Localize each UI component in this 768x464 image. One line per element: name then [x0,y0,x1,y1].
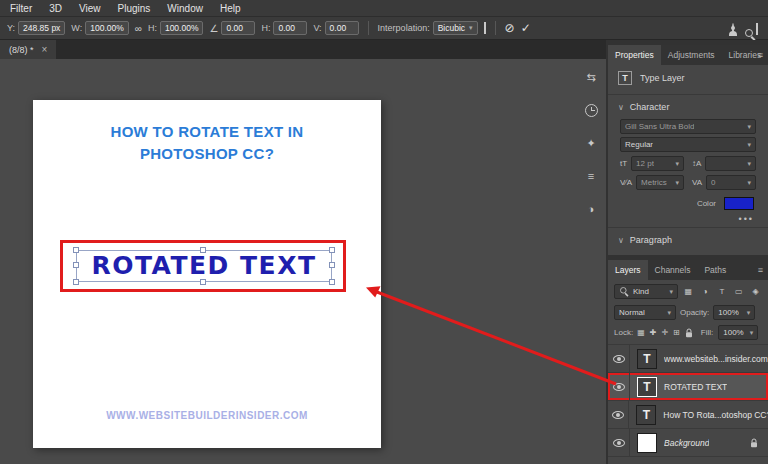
filter-adjustment-layers-icon[interactable]: ◑ [699,285,712,299]
fill-select[interactable]: 100% ▾ [718,325,758,340]
character-section-header[interactable]: ∨ Character [608,98,768,116]
canvas-area[interactable]: HOW TO ROTATE TEXT IN PHOTOSHOP CC? ROTA… [0,59,606,464]
layers-panel: Layers Channels Paths ≡ Kind ▾ ▦ ◑ T ▭ ◈ [608,260,768,464]
y-input[interactable]: 248.85 px [18,21,65,35]
clone-source-panel-icon[interactable]: ≡ [581,166,601,186]
chevron-down-icon: ▾ [675,179,679,187]
layer-thumbnail: T [636,405,656,425]
filter-pixel-layers-icon[interactable]: ▦ [682,285,695,299]
chevron-down-icon: ▾ [747,123,751,131]
v-skew-label: V: [313,23,321,33]
rotated-text-object[interactable]: ROTATED TEXT [77,251,331,280]
width-input[interactable]: 100.00% [85,21,129,35]
options-right-icons [732,17,758,40]
blend-mode-select[interactable]: Normal ▾ [614,305,676,320]
menu-filter[interactable]: Filter [10,3,32,14]
more-options[interactable]: ••• [622,214,754,224]
h-skew-input[interactable]: 0.00 [273,21,307,35]
font-style-select[interactable]: Regular ▾ [620,137,756,152]
properties-panel: Properties Adjustments Libraries ≡ T Typ… [608,45,768,255]
chevron-down-icon: ▾ [747,160,751,168]
brushes-panel-icon[interactable]: ✦ [581,133,601,153]
document-heading: HOW TO ROTATE TEXT IN PHOTOSHOP CC? [33,121,381,165]
filter-shape-layers-icon[interactable]: ▭ [732,285,745,299]
tab-channels[interactable]: Channels [648,260,698,280]
maintain-aspect-link-icon[interactable]: ∞ [135,23,142,34]
history-panel-icon[interactable] [581,100,601,120]
panel-menu-icon[interactable]: ≡ [758,45,763,65]
visibility-toggle[interactable] [608,429,630,456]
document-artboard: HOW TO ROTATE TEXT IN PHOTOSHOP CC? ROTA… [33,100,381,448]
share-avatar-icon[interactable] [732,24,734,34]
transform-handle[interactable] [329,279,335,285]
layer-thumbnail: T [637,377,657,397]
workspace-switcher-icon[interactable] [756,24,758,34]
font-size-group: tT 12 pt ▾ [620,156,684,171]
font-family-select[interactable]: Gill Sans Ultra Bold ▾ [620,119,756,134]
layer-filter-kind-select[interactable]: Kind ▾ [614,284,678,299]
chevron-down-icon: ∨ [618,103,624,112]
menu-3d[interactable]: 3D [49,3,62,14]
filter-type-layers-icon[interactable]: T [716,285,729,299]
interpolation-select[interactable]: Bicubic ▾ [433,21,478,35]
lock-transparent-pixels-icon[interactable]: ▦ [637,328,645,337]
v-skew-input[interactable]: 0.00 [325,21,359,35]
text-color-swatch[interactable] [724,197,754,210]
visibility-toggle[interactable] [608,401,629,428]
close-icon[interactable]: × [42,44,48,55]
rotation-input[interactable]: 0.00 [221,21,255,35]
kerning-select[interactable]: 0 ▾ [706,175,756,190]
tab-paths[interactable]: Paths [697,260,733,280]
menu-plugins[interactable]: Plugins [118,3,151,14]
lock-image-pixels-icon[interactable]: ✚ [650,328,657,337]
layer-name: ROTATED TEXT [664,382,727,392]
chevron-down-icon: ▾ [669,288,673,296]
visibility-toggle[interactable] [608,345,630,372]
layer-row-website-url[interactable]: T www.websiteb...insider.com [608,345,768,373]
menu-window[interactable]: Window [167,3,203,14]
type-layer-icon: T [618,71,632,85]
layer-row-rotated-text[interactable]: T ROTATED TEXT [608,373,768,401]
cancel-transform-button[interactable]: ⊘ [505,21,515,35]
eye-icon [613,383,625,391]
menu-help[interactable]: Help [220,3,241,14]
kerning-icon: VA [692,178,702,187]
height-label: H: [148,23,157,33]
rotation-field: ∠ 0.00 [209,21,255,35]
layer-row-background[interactable]: Background [608,429,768,457]
panel-menu-icon[interactable]: ≡ [758,260,763,280]
tab-properties[interactable]: Properties [608,45,661,65]
layer-row-how-to-rotate[interactable]: T How TO Rota...otoshop CC? [608,401,768,429]
tracking-select[interactable]: Metrics ▾ [636,175,684,190]
document-footer-url: WWW.WEBSITEBUILDERINSIDER.COM [33,410,381,421]
magnifier-icon [620,287,629,296]
lock-all-icon[interactable] [685,328,693,338]
transform-handle[interactable] [200,279,206,285]
size-leading-row: tT 12 pt ▾ ↕A ▾ [620,156,756,171]
paragraph-section-header[interactable]: ∨ Paragraph [608,231,768,255]
menu-view[interactable]: View [79,3,101,14]
collapse-panels-icon[interactable]: ⇆ [581,67,601,87]
tab-layers[interactable]: Layers [608,260,648,280]
tab-adjustments[interactable]: Adjustments [661,45,722,65]
height-field: H: 100.00% [148,21,204,35]
warp-mode-toggle[interactable] [484,23,486,33]
transform-handle[interactable] [73,279,79,285]
layers-empty-area [608,457,768,464]
font-size-select[interactable]: 12 pt ▾ [631,156,684,171]
lock-artboard-icon[interactable]: ⊞ [673,328,680,337]
document-tab-title: (8/8) * [9,45,34,55]
eye-icon [612,411,624,419]
adjust-panel-icon[interactable]: ◑ [581,199,601,219]
commit-transform-button[interactable]: ✓ [521,21,531,35]
opacity-select[interactable]: 100% ▾ [713,305,755,320]
lock-position-icon[interactable]: ✛ [661,328,668,337]
document-tab[interactable]: (8/8) * × [0,40,56,59]
visibility-toggle[interactable] [608,373,630,400]
height-input[interactable]: 100.00% [160,21,204,35]
leading-select[interactable]: ▾ [705,156,756,171]
filter-smart-objects-icon[interactable]: ◈ [749,285,762,299]
divider [608,94,768,95]
clock-icon [585,104,598,117]
layer-thumbnail: T [637,349,657,369]
